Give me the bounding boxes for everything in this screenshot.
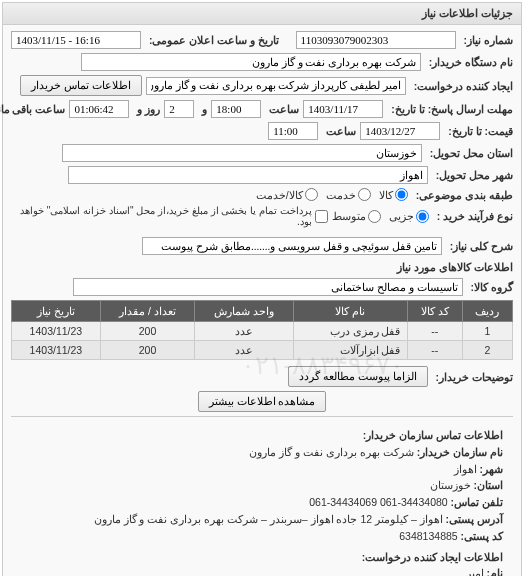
table-header-row: ردیف کد کالا نام کالا واحد شمارش تعداد /… [12, 301, 513, 322]
item-group-input[interactable] [73, 278, 463, 296]
group-opt3-radio[interactable] [305, 188, 318, 201]
buy-type-label: نوع فرآیند خرید : [433, 210, 513, 222]
items-section-title: اطلاعات کالاهای مورد نیاز [11, 261, 513, 274]
price-date-input[interactable] [360, 122, 440, 140]
buyer-notes-label: توضیحات خریدار: [432, 371, 513, 383]
buy-note-checkbox-label[interactable]: پرداخت تمام یا بخشی از مبلغ خرید،از محل … [11, 205, 328, 227]
row-group-type: طبقه بندی موضوعی: کالا خدمت کالا/خدمت [11, 188, 513, 201]
province-label: استان محل تحویل: [426, 147, 513, 159]
group-opt2-radio[interactable] [358, 188, 371, 201]
remaining-label: ساعت باقی مانده [0, 103, 65, 115]
buyer-input[interactable] [81, 53, 421, 71]
desc-input[interactable] [142, 237, 442, 255]
time-label-2: ساعت [322, 125, 356, 137]
city-label: شهر محل تحویل: [432, 169, 513, 181]
buy-opt1-label[interactable]: جزیی [389, 210, 429, 223]
row-item-group: گروه کالا: [11, 278, 513, 296]
more-info-button[interactable]: مشاهده اطلاعات بیشتر [198, 391, 327, 412]
and-label: و [198, 103, 207, 115]
desc-label: شرح کلی نیاز: [446, 240, 513, 252]
panel-body: شماره نیاز: تاریخ و ساعت اعلان عمومی: نا… [3, 25, 521, 576]
deadline-label: مهلت ارسال پاسخ: تا تاریخ: [387, 103, 513, 115]
requester-label: ایجاد کننده درخواست: [410, 80, 513, 92]
days-label: روز و [133, 103, 160, 115]
group-opt1-radio[interactable] [395, 188, 408, 201]
creator-title: اطلاعات ایجاد کننده درخواست: [362, 551, 503, 563]
item-group-label: گروه کالا: [467, 281, 513, 293]
th-3: واحد شمارش [195, 301, 294, 322]
contact-section: اطلاعات تماس سازمان خریدار: نام سازمان خ… [11, 421, 513, 576]
main-panel: جزئیات اطلاعات نیاز شماره نیاز: تاریخ و … [2, 2, 522, 576]
price-until-label: قیمت: تا تاریخ: [444, 125, 513, 137]
row-buyer-notes: توضیحات خریدار: الزاما پیوست مطالعه گردد [11, 366, 513, 387]
deadline-date-input[interactable] [303, 100, 383, 118]
th-1: کد کالا [407, 301, 462, 322]
group-type-radios: کالا خدمت کالا/خدمت [256, 188, 408, 201]
days-input[interactable] [164, 100, 194, 118]
group-opt1-label[interactable]: کالا [379, 188, 408, 201]
th-5: تاریخ نیاز [12, 301, 101, 322]
contact-title: اطلاعات تماس سازمان خریدار: [363, 429, 503, 441]
attachment-button[interactable]: الزاما پیوست مطالعه گردد [288, 366, 427, 387]
contact-buyer-button[interactable]: اطلاعات تماس خریدار [20, 75, 142, 96]
row-buyer: نام دستگاه خریدار: [11, 53, 513, 71]
row-requester: ایجاد کننده درخواست: اطلاعات تماس خریدار [11, 75, 513, 96]
th-0: ردیف [462, 301, 512, 322]
group-type-label: طبقه بندی موضوعی: [412, 189, 513, 201]
remaining-time-input [69, 100, 129, 118]
th-2: نام کالا [293, 301, 407, 322]
panel-title: جزئیات اطلاعات نیاز [3, 3, 521, 25]
row-deadline: مهلت ارسال پاسخ: تا تاریخ: ساعت و روز و … [11, 100, 513, 118]
time-label-1: ساعت [265, 103, 299, 115]
requester-input[interactable] [146, 77, 406, 95]
row-buy-type: نوع فرآیند خرید : جزیی متوسط پرداخت تمام… [11, 205, 513, 227]
more-row: مشاهده اطلاعات بیشتر [11, 391, 513, 412]
buy-opt2-label[interactable]: متوسط [332, 210, 381, 223]
row-desc: شرح کلی نیاز: [11, 237, 513, 255]
table-row: 1 -- قفل رمزی درب عدد 200 1403/11/23 [12, 322, 513, 341]
number-label: شماره نیاز: [460, 34, 513, 46]
announce-label: تاریخ و ساعت اعلان عمومی: [145, 34, 279, 46]
announce-input[interactable] [11, 31, 141, 49]
row-province: استان محل تحویل: [11, 144, 513, 162]
row-city: شهر محل تحویل: [11, 166, 513, 184]
items-table: ردیف کد کالا نام کالا واحد شمارش تعداد /… [11, 300, 513, 360]
city-input[interactable] [68, 166, 428, 184]
deadline-time-input[interactable] [211, 100, 261, 118]
price-time-input[interactable] [268, 122, 318, 140]
buyer-label: نام دستگاه خریدار: [425, 56, 513, 68]
buy-opt2-radio[interactable] [368, 210, 381, 223]
row-price-until: قیمت: تا تاریخ: ساعت [11, 122, 513, 140]
number-input[interactable] [296, 31, 456, 49]
table-row: 2 -- قفل ابزارآلات عدد 200 1403/11/23 [12, 341, 513, 360]
group-opt3-label[interactable]: کالا/خدمت [256, 188, 318, 201]
buy-type-radios: جزیی متوسط [332, 210, 429, 223]
row-number: شماره نیاز: تاریخ و ساعت اعلان عمومی: [11, 31, 513, 49]
buy-note-checkbox[interactable] [315, 210, 328, 223]
th-4: تعداد / مقدار [100, 301, 194, 322]
buy-opt1-radio[interactable] [416, 210, 429, 223]
group-opt2-label[interactable]: خدمت [326, 188, 371, 201]
province-input[interactable] [62, 144, 422, 162]
